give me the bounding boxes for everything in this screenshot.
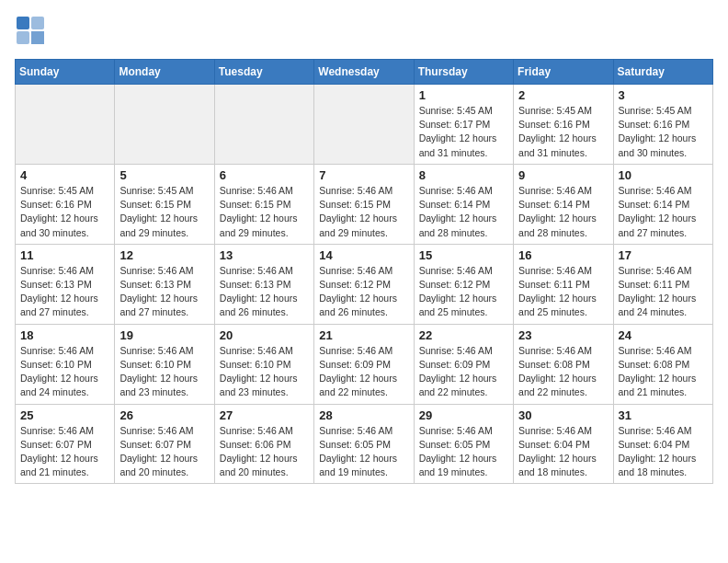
day-info: Sunrise: 5:46 AM Sunset: 6:04 PM Dayligh…	[619, 424, 708, 480]
day-number: 14	[319, 248, 408, 262]
day-number: 23	[518, 328, 608, 342]
week-row-4: 18Sunrise: 5:46 AM Sunset: 6:10 PM Dayli…	[16, 324, 713, 404]
weekday-header-saturday: Saturday	[613, 60, 712, 85]
calendar-cell: 18Sunrise: 5:46 AM Sunset: 6:10 PM Dayli…	[16, 324, 115, 404]
day-number: 26	[119, 408, 209, 422]
day-info: Sunrise: 5:46 AM Sunset: 6:05 PM Dayligh…	[419, 424, 508, 480]
calendar-cell: 10Sunrise: 5:46 AM Sunset: 6:14 PM Dayli…	[613, 164, 712, 244]
day-number: 10	[619, 168, 708, 182]
day-info: Sunrise: 5:46 AM Sunset: 6:04 PM Dayligh…	[518, 424, 608, 480]
day-number: 16	[518, 248, 608, 262]
day-number: 19	[119, 328, 209, 342]
calendar-cell: 14Sunrise: 5:46 AM Sunset: 6:12 PM Dayli…	[314, 244, 414, 324]
svg-rect-0	[17, 17, 29, 29]
logo-icon	[15, 15, 48, 48]
day-number: 20	[220, 328, 309, 342]
calendar-cell	[314, 85, 414, 165]
day-info: Sunrise: 5:45 AM Sunset: 6:15 PM Dayligh…	[119, 184, 209, 240]
svg-marker-3	[31, 31, 44, 44]
page-header	[15, 15, 713, 48]
calendar-table: SundayMondayTuesdayWednesdayThursdayFrid…	[15, 59, 713, 484]
calendar-cell: 6Sunrise: 5:46 AM Sunset: 6:15 PM Daylig…	[214, 164, 313, 244]
day-info: Sunrise: 5:46 AM Sunset: 6:12 PM Dayligh…	[419, 264, 508, 320]
day-number: 6	[220, 168, 309, 182]
calendar-cell	[214, 85, 313, 165]
day-number: 8	[419, 168, 508, 182]
day-number: 5	[119, 168, 209, 182]
weekday-header-monday: Monday	[115, 60, 214, 85]
week-row-3: 11Sunrise: 5:46 AM Sunset: 6:13 PM Dayli…	[16, 244, 713, 324]
day-number: 9	[518, 168, 608, 182]
day-number: 17	[619, 248, 708, 262]
day-info: Sunrise: 5:46 AM Sunset: 6:10 PM Dayligh…	[220, 344, 309, 400]
day-info: Sunrise: 5:46 AM Sunset: 6:07 PM Dayligh…	[119, 424, 209, 480]
day-info: Sunrise: 5:46 AM Sunset: 6:12 PM Dayligh…	[319, 264, 408, 320]
day-info: Sunrise: 5:46 AM Sunset: 6:08 PM Dayligh…	[518, 344, 608, 400]
day-number: 31	[619, 408, 708, 422]
weekday-header-thursday: Thursday	[414, 60, 513, 85]
calendar-cell	[16, 85, 115, 165]
calendar-cell: 27Sunrise: 5:46 AM Sunset: 6:06 PM Dayli…	[214, 404, 313, 484]
day-number: 21	[319, 328, 408, 342]
day-number: 30	[518, 408, 608, 422]
calendar-cell: 26Sunrise: 5:46 AM Sunset: 6:07 PM Dayli…	[115, 404, 214, 484]
week-row-2: 4Sunrise: 5:45 AM Sunset: 6:16 PM Daylig…	[16, 164, 713, 244]
day-info: Sunrise: 5:45 AM Sunset: 6:16 PM Dayligh…	[518, 104, 608, 160]
calendar-cell: 21Sunrise: 5:46 AM Sunset: 6:09 PM Dayli…	[314, 324, 414, 404]
day-info: Sunrise: 5:46 AM Sunset: 6:11 PM Dayligh…	[518, 264, 608, 320]
calendar-cell: 16Sunrise: 5:46 AM Sunset: 6:11 PM Dayli…	[514, 244, 613, 324]
day-info: Sunrise: 5:46 AM Sunset: 6:10 PM Dayligh…	[20, 344, 109, 400]
day-number: 7	[319, 168, 408, 182]
day-info: Sunrise: 5:46 AM Sunset: 6:15 PM Dayligh…	[319, 184, 408, 240]
weekday-header-sunday: Sunday	[16, 60, 115, 85]
calendar-cell: 19Sunrise: 5:46 AM Sunset: 6:10 PM Dayli…	[115, 324, 214, 404]
day-info: Sunrise: 5:46 AM Sunset: 6:10 PM Dayligh…	[119, 344, 209, 400]
calendar-cell: 5Sunrise: 5:45 AM Sunset: 6:15 PM Daylig…	[115, 164, 214, 244]
day-info: Sunrise: 5:46 AM Sunset: 6:14 PM Dayligh…	[619, 184, 708, 240]
weekday-header-wednesday: Wednesday	[314, 60, 414, 85]
day-info: Sunrise: 5:46 AM Sunset: 6:15 PM Dayligh…	[220, 184, 309, 240]
day-info: Sunrise: 5:45 AM Sunset: 6:17 PM Dayligh…	[419, 104, 508, 160]
calendar-cell: 17Sunrise: 5:46 AM Sunset: 6:11 PM Dayli…	[613, 244, 712, 324]
day-info: Sunrise: 5:46 AM Sunset: 6:13 PM Dayligh…	[220, 264, 309, 320]
day-info: Sunrise: 5:46 AM Sunset: 6:09 PM Dayligh…	[319, 344, 408, 400]
day-number: 13	[220, 248, 309, 262]
day-info: Sunrise: 5:46 AM Sunset: 6:08 PM Dayligh…	[619, 344, 708, 400]
day-info: Sunrise: 5:46 AM Sunset: 6:13 PM Dayligh…	[119, 264, 209, 320]
weekday-header-friday: Friday	[514, 60, 613, 85]
calendar-cell: 11Sunrise: 5:46 AM Sunset: 6:13 PM Dayli…	[16, 244, 115, 324]
weekday-header-row: SundayMondayTuesdayWednesdayThursdayFrid…	[16, 60, 713, 85]
day-info: Sunrise: 5:46 AM Sunset: 6:07 PM Dayligh…	[20, 424, 109, 480]
calendar-cell: 22Sunrise: 5:46 AM Sunset: 6:09 PM Dayli…	[414, 324, 513, 404]
week-row-5: 25Sunrise: 5:46 AM Sunset: 6:07 PM Dayli…	[16, 404, 713, 484]
calendar-cell: 23Sunrise: 5:46 AM Sunset: 6:08 PM Dayli…	[514, 324, 613, 404]
day-number: 27	[220, 408, 309, 422]
day-info: Sunrise: 5:46 AM Sunset: 6:05 PM Dayligh…	[319, 424, 408, 480]
day-number: 24	[619, 328, 708, 342]
calendar-cell: 12Sunrise: 5:46 AM Sunset: 6:13 PM Dayli…	[115, 244, 214, 324]
day-number: 28	[319, 408, 408, 422]
calendar-cell: 29Sunrise: 5:46 AM Sunset: 6:05 PM Dayli…	[414, 404, 513, 484]
calendar-cell: 8Sunrise: 5:46 AM Sunset: 6:14 PM Daylig…	[414, 164, 513, 244]
calendar-cell: 30Sunrise: 5:46 AM Sunset: 6:04 PM Dayli…	[514, 404, 613, 484]
calendar-cell: 31Sunrise: 5:46 AM Sunset: 6:04 PM Dayli…	[613, 404, 712, 484]
week-row-1: 1Sunrise: 5:45 AM Sunset: 6:17 PM Daylig…	[16, 85, 713, 165]
svg-rect-2	[17, 31, 29, 44]
day-number: 2	[518, 88, 608, 102]
day-info: Sunrise: 5:46 AM Sunset: 6:14 PM Dayligh…	[419, 184, 508, 240]
calendar-cell: 15Sunrise: 5:46 AM Sunset: 6:12 PM Dayli…	[414, 244, 513, 324]
day-info: Sunrise: 5:46 AM Sunset: 6:14 PM Dayligh…	[518, 184, 608, 240]
day-number: 18	[20, 328, 109, 342]
calendar-cell: 3Sunrise: 5:45 AM Sunset: 6:16 PM Daylig…	[613, 85, 712, 165]
day-number: 25	[20, 408, 109, 422]
day-info: Sunrise: 5:45 AM Sunset: 6:16 PM Dayligh…	[20, 184, 109, 240]
day-number: 29	[419, 408, 508, 422]
calendar-cell: 24Sunrise: 5:46 AM Sunset: 6:08 PM Dayli…	[613, 324, 712, 404]
day-info: Sunrise: 5:46 AM Sunset: 6:09 PM Dayligh…	[419, 344, 508, 400]
day-info: Sunrise: 5:46 AM Sunset: 6:13 PM Dayligh…	[20, 264, 109, 320]
calendar-cell: 13Sunrise: 5:46 AM Sunset: 6:13 PM Dayli…	[214, 244, 313, 324]
calendar-cell: 9Sunrise: 5:46 AM Sunset: 6:14 PM Daylig…	[514, 164, 613, 244]
calendar-cell: 25Sunrise: 5:46 AM Sunset: 6:07 PM Dayli…	[16, 404, 115, 484]
calendar-cell: 20Sunrise: 5:46 AM Sunset: 6:10 PM Dayli…	[214, 324, 313, 404]
calendar-cell	[115, 85, 214, 165]
